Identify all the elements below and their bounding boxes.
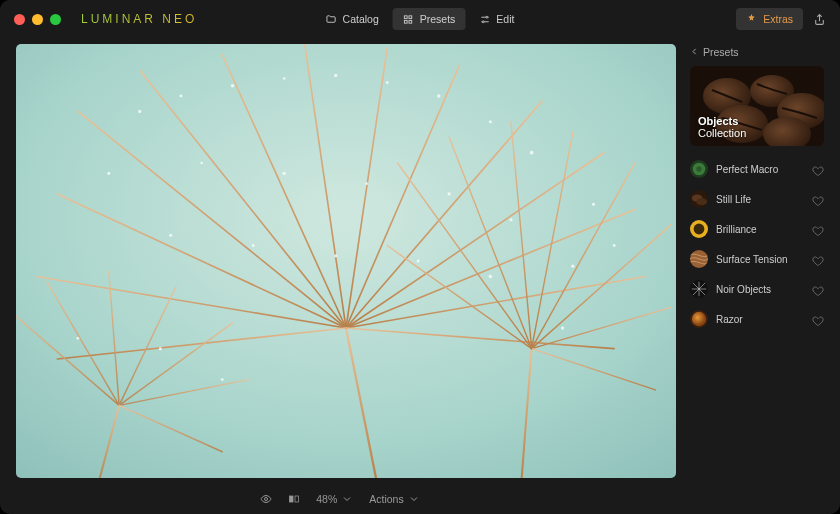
heart-icon[interactable] — [812, 193, 824, 205]
svg-point-81 — [696, 198, 707, 205]
collection-name: Objects — [698, 115, 746, 127]
folder-icon — [326, 14, 337, 25]
actions-label: Actions — [369, 493, 403, 505]
tab-label: Edit — [496, 13, 514, 25]
collection-subtitle: Collection — [698, 127, 746, 139]
heart-icon[interactable] — [812, 163, 824, 175]
preset-thumb — [690, 310, 708, 328]
tab-catalog[interactable]: Catalog — [316, 8, 389, 30]
svg-point-5 — [482, 20, 484, 22]
svg-point-48 — [530, 151, 534, 155]
svg-point-4 — [486, 16, 488, 18]
titlebar-right: Extras — [736, 8, 826, 30]
image-canvas[interactable] — [16, 44, 676, 478]
heart-icon[interactable] — [812, 253, 824, 265]
svg-point-40 — [138, 110, 141, 113]
svg-point-44 — [334, 74, 337, 77]
breadcrumb-label: Presets — [703, 46, 739, 58]
chevron-left-icon — [690, 46, 699, 58]
svg-point-95 — [692, 312, 706, 326]
status-bar: 48% Actions — [0, 484, 680, 514]
canvas-column: 48% Actions — [0, 38, 680, 514]
compare-toggle[interactable] — [288, 493, 300, 505]
svg-point-56 — [252, 244, 255, 247]
preset-thumb — [690, 160, 708, 178]
preset-thumb — [690, 250, 708, 268]
svg-point-67 — [265, 498, 268, 501]
svg-rect-3 — [409, 20, 412, 23]
preset-label: Perfect Macro — [716, 164, 804, 175]
preset-item[interactable]: Brilliance — [690, 214, 824, 244]
preview-toggle[interactable] — [260, 493, 272, 505]
preset-list: Perfect Macro Still Life — [690, 154, 824, 334]
svg-point-54 — [509, 218, 512, 221]
preset-thumb — [690, 190, 708, 208]
preset-item[interactable]: Surface Tension — [690, 244, 824, 274]
main-nav: Catalog Presets Edit — [316, 8, 525, 30]
heart-icon[interactable] — [812, 223, 824, 235]
puzzle-icon — [746, 13, 757, 26]
presets-sidebar: Presets — [680, 38, 840, 514]
maximize-window[interactable] — [50, 14, 61, 25]
preset-label: Still Life — [716, 194, 804, 205]
sliders-icon — [479, 14, 490, 25]
preset-label: Razor — [716, 314, 804, 325]
main-area: 48% Actions Presets — [0, 38, 840, 514]
svg-point-63 — [561, 326, 564, 329]
svg-point-60 — [571, 265, 574, 268]
close-window[interactable] — [14, 14, 25, 25]
titlebar: LUMINAR NEO Catalog Presets Edit — [0, 0, 840, 38]
preset-label: Surface Tension — [716, 254, 804, 265]
svg-point-41 — [180, 95, 183, 98]
svg-point-43 — [283, 77, 286, 80]
preset-label: Noir Objects — [716, 284, 804, 295]
window-controls — [14, 14, 61, 25]
svg-point-59 — [489, 275, 493, 279]
collection-title: Objects Collection — [698, 115, 746, 139]
svg-point-51 — [282, 172, 285, 175]
svg-point-42 — [231, 84, 235, 88]
extras-button[interactable]: Extras — [736, 8, 803, 30]
svg-rect-69 — [295, 496, 299, 502]
svg-rect-68 — [290, 496, 294, 502]
collection-hero[interactable]: Objects Collection — [690, 66, 824, 146]
svg-point-47 — [489, 120, 492, 123]
svg-rect-6 — [16, 44, 676, 478]
preset-item[interactable]: Still Life — [690, 184, 824, 214]
chevron-down-icon — [341, 493, 353, 505]
svg-point-58 — [417, 260, 420, 263]
preset-item[interactable]: Noir Objects — [690, 274, 824, 304]
tab-presets[interactable]: Presets — [393, 8, 466, 30]
canvas-wrap — [0, 38, 680, 484]
svg-point-65 — [159, 347, 162, 350]
zoom-menu[interactable]: 48% — [316, 493, 353, 505]
preset-thumb — [690, 280, 708, 298]
svg-rect-2 — [405, 20, 408, 23]
compare-icon — [288, 493, 300, 505]
svg-point-45 — [386, 81, 389, 84]
preset-item[interactable]: Perfect Macro — [690, 154, 824, 184]
extras-label: Extras — [763, 13, 793, 25]
svg-point-52 — [365, 182, 368, 185]
tab-label: Presets — [420, 13, 456, 25]
actions-menu[interactable]: Actions — [369, 493, 419, 505]
back-to-presets[interactable]: Presets — [690, 46, 824, 58]
svg-point-57 — [334, 254, 337, 257]
svg-point-49 — [107, 172, 110, 175]
tab-label: Catalog — [343, 13, 379, 25]
preset-thumb — [690, 220, 708, 238]
svg-point-66 — [221, 378, 224, 381]
svg-point-50 — [200, 162, 203, 165]
svg-point-64 — [76, 337, 79, 340]
svg-point-53 — [447, 192, 450, 195]
tab-edit[interactable]: Edit — [469, 8, 524, 30]
heart-icon[interactable] — [812, 283, 824, 295]
minimize-window[interactable] — [32, 14, 43, 25]
svg-point-61 — [592, 203, 595, 206]
preset-item[interactable]: Razor — [690, 304, 824, 334]
chevron-down-icon — [408, 493, 420, 505]
share-icon[interactable] — [813, 13, 826, 26]
svg-point-55 — [169, 234, 172, 237]
app-brand: LUMINAR NEO — [81, 12, 197, 26]
heart-icon[interactable] — [812, 313, 824, 325]
